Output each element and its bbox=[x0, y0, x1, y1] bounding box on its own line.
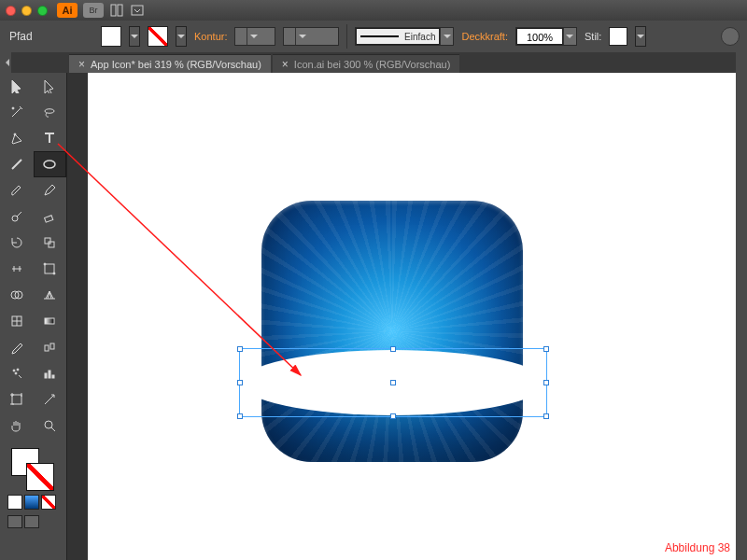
selection-tool[interactable] bbox=[0, 73, 34, 99]
close-tab-icon[interactable]: × bbox=[78, 58, 85, 71]
svg-point-3 bbox=[12, 107, 14, 109]
opacity-value[interactable]: 100% bbox=[516, 28, 563, 45]
blob-brush-tool[interactable] bbox=[0, 203, 34, 230]
scale-tool[interactable] bbox=[34, 230, 67, 256]
lasso-tool[interactable] bbox=[34, 99, 67, 125]
mesh-tool[interactable] bbox=[0, 308, 34, 334]
svg-rect-26 bbox=[12, 395, 21, 404]
app-icon-shape[interactable] bbox=[261, 201, 523, 462]
magic-wand-tool[interactable] bbox=[0, 99, 34, 125]
svg-point-4 bbox=[14, 133, 16, 135]
screen-mode-full-icon[interactable] bbox=[24, 515, 39, 528]
resize-handle-icon[interactable] bbox=[237, 380, 243, 385]
symbol-sprayer-tool[interactable] bbox=[0, 360, 34, 386]
resize-handle-icon[interactable] bbox=[237, 346, 243, 352]
fill-dropdown-icon[interactable] bbox=[129, 26, 140, 47]
opacity-combo[interactable]: 100% bbox=[515, 27, 577, 46]
selection-bounding-box[interactable] bbox=[239, 348, 547, 417]
tools-panel bbox=[0, 73, 67, 560]
variable-width-profile-combo[interactable] bbox=[283, 27, 339, 46]
minimize-window-icon[interactable] bbox=[21, 6, 32, 16]
bridge-badge-icon[interactable]: Br bbox=[83, 3, 104, 18]
zoom-window-icon[interactable] bbox=[37, 6, 48, 16]
perspective-grid-tool[interactable] bbox=[34, 282, 67, 308]
svg-point-27 bbox=[45, 421, 52, 428]
stroke-weight-combo[interactable] bbox=[234, 27, 275, 46]
arrange-documents-icon[interactable] bbox=[109, 3, 124, 18]
zoom-tool[interactable] bbox=[34, 413, 67, 439]
blend-tool[interactable] bbox=[34, 334, 67, 360]
resize-handle-icon[interactable] bbox=[390, 346, 396, 352]
rotate-tool[interactable] bbox=[0, 230, 34, 256]
document-tab-active[interactable]: × App Icon* bei 319 % (RGB/Vorschau) bbox=[69, 54, 271, 73]
paintbrush-tool[interactable] bbox=[0, 177, 34, 203]
graphic-style-dropdown-icon[interactable] bbox=[635, 26, 646, 47]
resize-handle-icon[interactable] bbox=[390, 413, 396, 419]
fill-stroke-indicator[interactable] bbox=[0, 442, 66, 493]
svg-rect-24 bbox=[49, 371, 50, 378]
stroke-indicator[interactable] bbox=[26, 463, 54, 491]
width-tool[interactable] bbox=[0, 256, 34, 282]
window-titlebar: Ai Br bbox=[0, 0, 747, 21]
type-tool[interactable] bbox=[34, 125, 67, 151]
color-mode-gradient-icon[interactable] bbox=[24, 495, 39, 510]
figure-caption: Abbildung 38 bbox=[665, 541, 730, 554]
stroke-dropdown-icon[interactable] bbox=[176, 26, 187, 47]
shape-builder-tool[interactable] bbox=[0, 282, 34, 308]
svg-line-5 bbox=[12, 160, 21, 169]
gradient-tool[interactable] bbox=[34, 308, 67, 334]
column-graph-tool[interactable] bbox=[34, 360, 67, 386]
resize-handle-icon[interactable] bbox=[543, 413, 549, 419]
screen-mode-row bbox=[0, 511, 66, 532]
color-mode-none-icon[interactable] bbox=[41, 495, 56, 510]
svg-point-12 bbox=[44, 263, 46, 265]
svg-point-13 bbox=[53, 273, 55, 274]
ellipse-tool[interactable] bbox=[34, 151, 67, 177]
eyedropper-tool[interactable] bbox=[0, 334, 34, 360]
graphic-style-swatch[interactable] bbox=[609, 27, 627, 46]
resize-handle-icon[interactable] bbox=[237, 413, 243, 419]
svg-rect-0 bbox=[111, 5, 116, 16]
close-tab-icon[interactable]: × bbox=[282, 58, 289, 71]
resize-handle-icon[interactable] bbox=[543, 346, 549, 352]
svg-rect-23 bbox=[45, 373, 47, 378]
panel-collapse-icon[interactable] bbox=[0, 52, 11, 73]
window-controls bbox=[6, 6, 48, 16]
fill-swatch[interactable] bbox=[101, 26, 121, 47]
stroke-swatch[interactable] bbox=[148, 26, 168, 47]
free-transform-tool[interactable] bbox=[34, 256, 67, 282]
right-panel-strip[interactable] bbox=[736, 52, 747, 560]
line-segment-tool[interactable] bbox=[0, 151, 34, 177]
selected-object-type-label: Pfad bbox=[9, 30, 33, 43]
eraser-tool[interactable] bbox=[34, 203, 67, 230]
svg-rect-11 bbox=[45, 264, 54, 273]
svg-rect-18 bbox=[45, 345, 49, 351]
hand-tool[interactable] bbox=[0, 413, 34, 439]
screen-mode-normal-icon[interactable] bbox=[7, 515, 22, 528]
app-logo-icon: Ai bbox=[57, 3, 78, 18]
brush-name-label: Einfach bbox=[404, 32, 435, 42]
control-bar: Kontur: Einfach Deckkraft: 100% Stil: bbox=[93, 21, 747, 52]
kontur-label: Kontur: bbox=[194, 31, 227, 42]
menu-dropdown-icon[interactable] bbox=[130, 3, 145, 18]
resize-handle-icon[interactable] bbox=[543, 380, 549, 385]
deckkraft-label: Deckkraft: bbox=[461, 31, 508, 42]
stil-label: Stil: bbox=[585, 31, 601, 42]
radial-rays-overlay bbox=[261, 201, 523, 462]
center-handle-icon[interactable] bbox=[390, 380, 396, 385]
color-mode-solid-icon[interactable] bbox=[7, 495, 22, 510]
tab-label: App Icon* bei 319 % (RGB/Vorschau) bbox=[91, 59, 261, 70]
artboard-tool[interactable] bbox=[0, 386, 34, 413]
svg-point-6 bbox=[44, 161, 55, 168]
document-tab-strip: × App Icon* bei 319 % (RGB/Vorschau) × I… bbox=[67, 52, 736, 73]
slice-tool[interactable] bbox=[34, 386, 67, 413]
sync-settings-icon[interactable] bbox=[721, 27, 740, 46]
svg-rect-1 bbox=[118, 5, 122, 16]
pen-tool[interactable] bbox=[0, 125, 34, 151]
close-window-icon[interactable] bbox=[6, 6, 16, 16]
direct-selection-tool[interactable] bbox=[34, 73, 67, 99]
svg-rect-17 bbox=[45, 318, 54, 324]
brush-definition-combo[interactable]: Einfach bbox=[355, 27, 454, 46]
pencil-tool[interactable] bbox=[34, 177, 67, 203]
document-tab-inactive[interactable]: × Icon.ai bei 300 % (RGB/Vorschau) bbox=[273, 54, 460, 73]
